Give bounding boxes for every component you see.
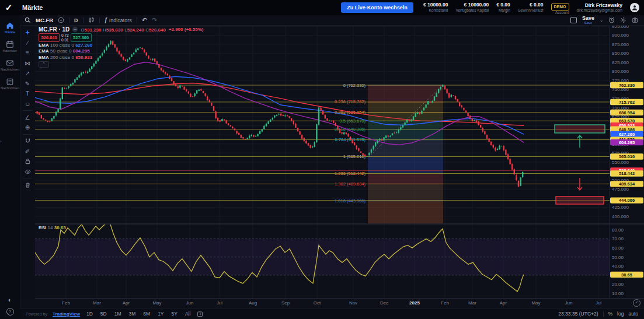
range-all-button[interactable]: All <box>184 310 192 317</box>
toolbar-divider <box>603 311 604 317</box>
svg-text:Apr: Apr <box>500 300 507 306</box>
collapse-legend-icon[interactable]: – <box>72 27 78 32</box>
user-name: Dirk Friczewsky <box>577 2 622 8</box>
price-chart-canvas[interactable]: 0 (762.330)0.236 (715.762)0.382 (686.954… <box>0 0 644 319</box>
svg-text:Feb: Feb <box>62 300 70 306</box>
tradingview-link[interactable]: TradingView <box>53 311 80 317</box>
redo-button[interactable]: ↷ <box>152 16 157 24</box>
compare-add-button[interactable] <box>58 17 64 23</box>
svg-text:Jul: Jul <box>217 300 222 306</box>
zoom-in-tool[interactable]: ⊕ <box>22 124 33 131</box>
range-1m-button[interactable]: 1M <box>113 310 123 317</box>
nav-item-nachrichten-mail[interactable]: Nachrichten <box>0 59 20 71</box>
nav-item-kalender[interactable]: Kalender <box>0 40 20 52</box>
range-3m-button[interactable]: 3M <box>128 310 137 317</box>
measure-tool[interactable]: ∠ <box>22 114 33 121</box>
svg-text:70.00: 70.00 <box>612 236 624 241</box>
timeframe-button[interactable]: D <box>74 17 78 23</box>
bottom-toolbar: Powered by TradingView 1D 5D 1M 3M 6M 1Y… <box>20 308 644 319</box>
emoji-tool[interactable]: ☺ <box>22 100 33 108</box>
svg-text:Sep: Sep <box>281 300 290 306</box>
svg-text:489.634: 489.634 <box>619 181 635 187</box>
xabcd-pattern-tool[interactable]: ⋈ <box>22 59 33 67</box>
envelope-icon <box>6 59 14 67</box>
fib-retracement-tool[interactable]: ≡ <box>22 49 33 57</box>
svg-text:Jun: Jun <box>565 300 573 306</box>
account-type: DEMO Account <box>551 0 569 15</box>
forecast-tool[interactable]: ↗ <box>22 69 33 77</box>
time-axis-settings-icon[interactable]: ✓ <box>633 299 640 307</box>
theme-toggle-icon[interactable]: ◐ <box>0 296 20 303</box>
symbol-label[interactable]: MC.FR <box>36 17 53 23</box>
remove-drawings-tool[interactable] <box>22 181 33 189</box>
go-to-date-button[interactable] <box>197 311 203 317</box>
svg-text:10.00: 10.00 <box>612 291 624 296</box>
svg-text:May: May <box>152 300 161 306</box>
brush-tool[interactable]: ✎ <box>22 80 33 87</box>
svg-text:Mar: Mar <box>468 300 476 306</box>
snapshot-button[interactable] <box>632 17 638 23</box>
candlestick-icon <box>88 17 95 23</box>
nav-item-maerkte[interactable]: Märkte <box>0 22 20 34</box>
alert-button[interactable] <box>608 17 615 23</box>
log-scale-button[interactable]: log <box>617 311 624 317</box>
range-5d-button[interactable]: 5D <box>99 310 108 317</box>
ema-50-legend[interactable]: EMA 50 close 0 604.295 <box>39 48 92 54</box>
svg-text:762.330: 762.330 <box>619 83 635 88</box>
chart-legend[interactable]: MC.FR · 1D – O531.230 H535.630 L524.240 … <box>39 26 203 33</box>
lock-drawings-tool[interactable] <box>22 157 33 165</box>
search-icon <box>25 17 31 23</box>
range-1y-button[interactable]: 1Y <box>156 310 165 317</box>
svg-text:425.000: 425.000 <box>612 205 629 210</box>
chevron-down-icon[interactable]: ⌄ <box>600 18 603 23</box>
hide-drawings-tool[interactable] <box>22 168 33 176</box>
nav-item-nachrichten-news[interactable]: Nachrichten <box>0 78 20 90</box>
range-5y-button[interactable]: 5Y <box>170 310 179 317</box>
crosshair-tool[interactable]: + <box>22 29 33 36</box>
switch-to-live-account-button[interactable]: Zu Live-Konto wechseln <box>341 2 413 13</box>
eye-icon <box>25 169 31 175</box>
sell-bid-button[interactable]: 526.640 <box>39 33 60 42</box>
indicators-button[interactable]: ƒ Indicators <box>105 17 132 23</box>
magnet-tool[interactable] <box>22 137 33 145</box>
help-icon[interactable]: ? <box>6 308 14 316</box>
legend-collapse-button[interactable]: ⌃ <box>39 61 49 68</box>
svg-text:Mar: Mar <box>93 300 101 306</box>
save-layout-button[interactable]: Save Save <box>582 16 594 24</box>
svg-text:Feb: Feb <box>441 300 449 306</box>
ema-200-legend[interactable]: EMA 200 close 0 650.923 <box>39 55 92 61</box>
text-tool[interactable]: T <box>22 90 33 97</box>
app-logo[interactable]: ✓ <box>0 2 18 13</box>
chart-style-button[interactable] <box>88 17 95 23</box>
svg-text:Jul: Jul <box>596 300 601 306</box>
collapse-panel-chevron[interactable]: › <box>0 139 2 144</box>
trend-line-tool[interactable]: ∕ <box>22 39 33 47</box>
auto-scale-button[interactable]: auto <box>628 311 638 317</box>
chart-toolbar: MC.FR D ƒ Indicators ↶ ↷ <box>20 15 644 26</box>
svg-text:60.00: 60.00 <box>612 246 624 251</box>
ema-100-legend[interactable]: EMA 100 close 0 627.260 <box>39 43 92 48</box>
buy-ask-button[interactable]: 527.360 <box>71 33 92 42</box>
legend-symbol: MC.FR · 1D <box>39 26 69 33</box>
svg-text:400.000: 400.000 <box>612 214 629 219</box>
clock-label[interactable]: 23:33:35 (UTC+2) <box>558 311 598 317</box>
symbol-search[interactable] <box>25 17 31 23</box>
user-info[interactable]: Dirk Friczewsky dirk.friczewsky@gmail.co… <box>577 2 622 13</box>
go-to-date-icon <box>197 311 203 317</box>
svg-text:Jun: Jun <box>186 300 194 306</box>
percent-scale-button[interactable]: % <box>608 311 613 317</box>
range-6m-button[interactable]: 6M <box>142 310 151 317</box>
undo-button[interactable]: ↶ <box>142 16 147 24</box>
svg-text:800.000: 800.000 <box>612 69 629 74</box>
drawing-mode-tool[interactable]: ✐ <box>22 148 33 155</box>
ohlc-values: O531.230 H535.630 L524.240 C526.640 <box>81 27 165 33</box>
range-1d-button[interactable]: 1D <box>85 310 94 317</box>
avatar[interactable] <box>630 3 639 12</box>
settings-button[interactable] <box>620 17 626 23</box>
svg-text:518.442: 518.442 <box>619 171 635 176</box>
svg-text:40.00: 40.00 <box>612 264 624 269</box>
powered-by-label: Powered by <box>26 312 47 316</box>
svg-text:2025: 2025 <box>409 300 420 306</box>
layout-select-icon[interactable] <box>570 17 577 23</box>
rsi-legend[interactable]: RSI 14 30.65 <box>39 225 66 230</box>
